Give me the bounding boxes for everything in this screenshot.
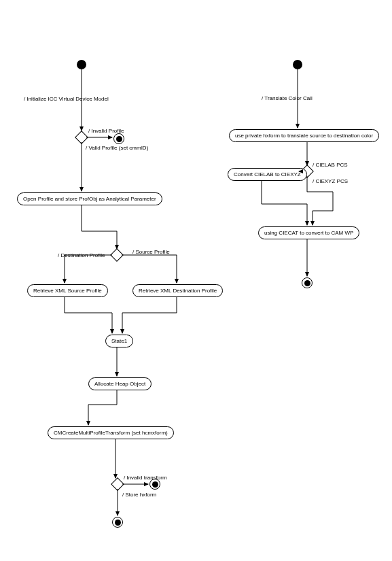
decision-profile-type xyxy=(110,248,124,262)
final-node-right xyxy=(302,277,313,288)
activity-state1: State1 xyxy=(105,335,133,347)
activity-use-private-hxform: use private hxform to translate source t… xyxy=(229,129,379,142)
edge-label-invalid-transform: / Invalid transform xyxy=(124,475,167,481)
activity-retrieve-xml-source: Retrieve XML Source Profile xyxy=(27,284,108,297)
final-node-invalid-transform xyxy=(149,479,160,490)
edge-label-cielab-pcs: / CIELAB PCS xyxy=(313,162,348,168)
edge-label-source-profile: / Source Profile xyxy=(132,249,170,255)
activity-cmcreate: CMCreateMultiProfileTransform (set hcmxf… xyxy=(48,426,174,439)
edge-label-store-hxform: / Store hxform xyxy=(122,492,156,498)
initial-node-left xyxy=(77,60,86,69)
decision-transform-valid xyxy=(111,477,124,491)
edge-label-valid-profile: / Valid Profile (set cmmID) xyxy=(86,145,148,151)
edge-label-translate-call: / Translate Color Call xyxy=(262,95,313,101)
edge-label-dest-profile: / Destination Profile xyxy=(58,252,105,258)
activity-allocate-heap: Allocate Heap Object xyxy=(88,377,152,390)
activity-retrieve-xml-destination: Retrieve XML Destination Profile xyxy=(132,284,223,297)
final-node-store xyxy=(112,517,123,528)
final-node-invalid-profile xyxy=(113,133,124,144)
activity-open-profile: Open Profile and store ProfObj as Analyt… xyxy=(17,192,162,205)
edge-label-init: / Initialize ICC Virtual Device Model xyxy=(24,96,109,102)
initial-node-right xyxy=(293,60,302,69)
edge-label-ciexyz-pcs: / CIEXYZ PCS xyxy=(313,178,348,184)
decision-profile-valid xyxy=(75,131,88,144)
connector-lines xyxy=(0,0,392,561)
activity-using-ciecat: using CIECAT to convert to CAM WP xyxy=(258,226,359,239)
activity-convert-cielab: Convert CIELAB to CIEXYZ xyxy=(228,168,307,181)
